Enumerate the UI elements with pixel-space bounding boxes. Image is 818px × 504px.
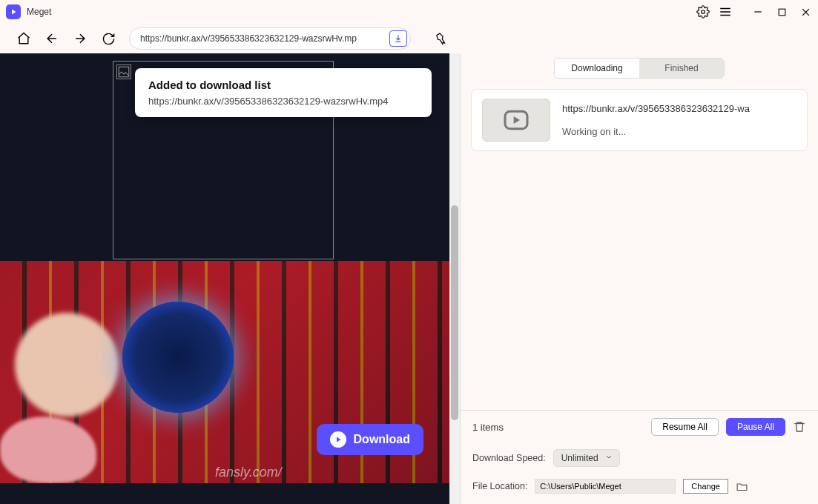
download-status: Working on it... [562,126,796,137]
folder-icon[interactable] [736,480,748,493]
svg-rect-5 [779,9,785,16]
back-icon[interactable] [44,31,59,46]
items-count: 1 items [472,422,644,433]
speed-label: Download Speed: [472,453,546,463]
speed-row: Download Speed: Unlimited [461,443,818,473]
maximize-icon[interactable] [775,5,788,19]
nav-toolbar [0,24,818,53]
download-tabs: Downloading Finished [554,58,725,79]
toast-url: https://bunkr.ax/v/395653386323632129-wa… [148,96,418,107]
pause-all-button[interactable]: Pause All [726,418,785,436]
app-title: Meget [27,7,696,17]
broken-image-icon [116,64,131,79]
svg-point-0 [702,10,705,14]
chevron-down-icon [604,453,613,464]
home-icon[interactable] [16,31,31,46]
menu-icon[interactable] [719,5,732,19]
url-input[interactable] [140,33,389,44]
download-item[interactable]: https://bunkr.ax/v/395653386323632129-wa… [471,89,808,151]
download-badge-icon [330,431,346,448]
location-row: File Location: Change [461,473,818,504]
svg-rect-8 [119,67,129,77]
download-url: https://bunkr.ax/v/395653386323632129-wa [562,103,796,114]
close-icon[interactable] [799,5,812,19]
forward-icon[interactable] [73,31,88,46]
browser-pane: Added to download list https://bunkr.ax/… [0,53,461,504]
download-thumbnail [482,99,550,142]
speed-value: Unlimited [561,453,598,463]
minimize-icon[interactable] [751,5,765,19]
download-panel: Downloading Finished https://bunkr.ax/v/… [461,53,818,504]
speed-select[interactable]: Unlimited [553,449,620,467]
location-label: File Location: [472,481,527,491]
refresh-icon[interactable] [101,31,116,46]
delete-icon[interactable] [793,420,806,434]
watermark-text: fansly.com/ [215,465,282,480]
url-bar [129,27,411,50]
tab-downloading[interactable]: Downloading [555,59,639,78]
change-button[interactable]: Change [683,479,728,494]
app-logo [6,4,21,19]
toast-notification: Added to download list https://bunkr.ax/… [135,68,432,117]
download-url-icon[interactable] [389,30,407,47]
location-field[interactable] [535,479,676,494]
download-footer: 1 items Resume All Pause All [461,410,818,443]
video-preview[interactable]: fansly.com/ Download [0,261,450,483]
download-list: https://bunkr.ax/v/395653386323632129-wa… [461,89,818,410]
toast-title: Added to download list [148,79,418,91]
pin-icon[interactable] [433,31,448,46]
browser-scrollbar[interactable] [449,53,460,504]
resume-all-button[interactable]: Resume All [651,418,719,436]
settings-icon[interactable] [696,5,710,19]
tab-finished[interactable]: Finished [639,59,724,78]
titlebar: Meget [0,0,818,24]
download-button-label: Download [354,433,410,446]
download-button[interactable]: Download [317,424,423,455]
